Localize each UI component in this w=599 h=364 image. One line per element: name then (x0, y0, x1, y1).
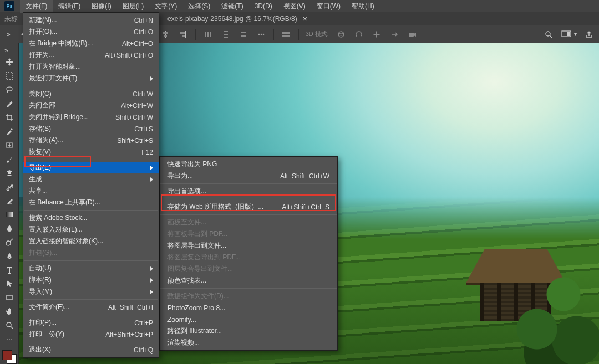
path-select-tool[interactable] (2, 278, 17, 290)
file-menu-item[interactable]: 打印(P)...Ctrl+P (23, 317, 159, 329)
pen-tool[interactable] (2, 250, 17, 262)
dodge-tool[interactable] (2, 237, 17, 248)
blur-tool[interactable] (2, 223, 17, 234)
3d-roll-icon[interactable] (353, 29, 364, 40)
file-menu-item[interactable]: 关闭全部Alt+Ctrl+W (23, 100, 159, 111)
3d-camera-icon[interactable] (407, 29, 418, 40)
export-submenu-item[interactable]: 路径到 Illustrator... (160, 325, 337, 337)
3d-pan-icon[interactable] (371, 29, 382, 40)
file-menu-item[interactable]: 新建(N)...Ctrl+N (23, 14, 159, 26)
eyedropper-tool[interactable] (2, 126, 17, 137)
menu-item[interactable]: 3D(D) (249, 1, 278, 12)
screen-mode-icon[interactable] (561, 29, 572, 40)
menu-item[interactable]: 选择(S) (182, 0, 216, 13)
menu-separator (24, 160, 158, 160)
menu-item[interactable]: 文件(F) (20, 0, 53, 13)
menu-item[interactable]: 图像(I) (86, 0, 116, 13)
menu-item[interactable]: 滤镜(T) (216, 0, 248, 13)
align-right-icon[interactable] (177, 29, 189, 40)
foreground-color[interactable] (2, 350, 12, 360)
hand-tool[interactable] (2, 305, 17, 317)
file-menu-item[interactable]: 退出(X)Ctrl+Q (23, 344, 159, 356)
submenu-arrow-icon (150, 166, 153, 170)
export-submenu-item[interactable]: 导出首选项... (160, 186, 337, 197)
file-menu-item[interactable]: 打开为...Alt+Shift+Ctrl+O (23, 49, 159, 61)
menu-item[interactable]: 文字(Y) (149, 0, 182, 13)
toolbox-collapse-icon[interactable]: » (2, 47, 11, 54)
distribute-h-icon[interactable] (202, 29, 214, 40)
file-menu-item[interactable]: 在 Bridge 中浏览(B)...Alt+Ctrl+O (23, 38, 159, 49)
distribute-v-icon[interactable] (220, 29, 231, 40)
file-menu-item[interactable]: 打印一份(Y)Alt+Shift+Ctrl+P (23, 329, 159, 340)
search-icon[interactable] (543, 29, 554, 40)
spot-heal-tool[interactable] (2, 140, 17, 151)
file-menu-item[interactable]: 导出(E) (23, 162, 159, 173)
3d-orbit-icon[interactable] (336, 29, 347, 40)
lasso-tool[interactable] (2, 84, 17, 96)
file-menu-item[interactable]: 置入嵌入对象(L)... (23, 224, 159, 235)
close-tab-icon[interactable]: × (303, 14, 307, 23)
export-submenu-item[interactable]: 渲染视频... (160, 337, 337, 348)
file-menu-item[interactable]: 存储(S)Ctrl+S (23, 123, 159, 135)
file-menu-item[interactable]: 在 Behance 上共享(D)... (23, 197, 159, 208)
export-submenu-item[interactable]: 导出为...Alt+Shift+Ctrl+W (160, 170, 337, 182)
align-hcenter-icon[interactable] (160, 29, 171, 40)
export-submenu-item-shortcut: Alt+Shift+Ctrl+S (282, 203, 329, 211)
export-submenu-item[interactable]: 存储为 Web 所用格式（旧版）...Alt+Shift+Ctrl+S (160, 201, 337, 213)
file-menu-item[interactable]: 关闭(C)Ctrl+W (23, 88, 159, 100)
move-tool[interactable] (2, 57, 17, 68)
export-submenu-item[interactable]: PhotoZoom Pro 8... (160, 302, 337, 314)
file-menu-item[interactable]: 文件简介(F)...Alt+Shift+Ctrl+I (23, 301, 159, 313)
file-menu-item[interactable]: 生成 (23, 173, 159, 185)
menu-item[interactable]: 视图(V) (278, 0, 311, 13)
auto-align-icon[interactable] (281, 29, 292, 40)
rectangle-tool[interactable] (2, 291, 17, 303)
distribute-spacing-icon[interactable] (238, 29, 249, 40)
file-menu-item[interactable]: 置入链接的智能对象(K)... (23, 235, 159, 247)
share-icon[interactable] (583, 29, 595, 40)
panel-collapse-icon[interactable]: » (4, 30, 13, 38)
file-menu-item[interactable]: 导入(M) (23, 286, 159, 298)
magic-wand-tool[interactable] (2, 98, 17, 110)
file-menu-item[interactable]: 打开(O)...Ctrl+O (23, 26, 159, 38)
color-swatch[interactable] (2, 350, 17, 364)
file-menu-item[interactable]: 恢复(V)F12 (23, 146, 159, 158)
file-menu-item[interactable]: 存储为(A)...Shift+Ctrl+S (23, 135, 159, 146)
export-submenu-item-label: 渲染视频... (167, 338, 329, 347)
menu-item[interactable]: 窗口(W) (311, 0, 346, 13)
more-options-icon[interactable] (256, 29, 267, 40)
type-tool[interactable] (2, 264, 17, 276)
export-submenu-item[interactable]: 将图层导出到文件... (160, 240, 337, 252)
crop-tool[interactable] (2, 112, 17, 124)
gradient-tool[interactable] (2, 209, 17, 221)
marquee-tool[interactable] (2, 70, 17, 82)
file-menu-item[interactable]: 自动(U) (23, 263, 159, 274)
export-submenu-item[interactable]: 快速导出为 PNG (160, 158, 337, 170)
history-brush-tool[interactable] (2, 181, 17, 193)
file-menu-item-shortcut: Ctrl+S (134, 125, 153, 133)
eraser-tool[interactable] (2, 195, 17, 207)
document-tab[interactable]: exels-pixabay-235648.jpg @ 16.7%(RGB/8) … (162, 14, 313, 23)
export-submenu-item[interactable]: Zoomify... (160, 314, 337, 325)
file-menu-item-label: 自动(U) (29, 264, 147, 273)
menu-separator (24, 86, 158, 86)
brush-tool[interactable] (2, 153, 17, 165)
menu-item[interactable]: 编辑(E) (53, 0, 86, 13)
canvas-foliage (510, 248, 599, 364)
export-submenu-item[interactable]: 颜色查找表... (160, 275, 337, 286)
zoom-tool[interactable] (2, 319, 17, 331)
edit-toolbar-icon[interactable]: ⋯ (2, 333, 17, 345)
menu-item[interactable]: 图层(L) (117, 0, 150, 13)
file-menu-item[interactable]: 关闭并转到 Bridge...Shift+Ctrl+W (23, 111, 159, 123)
clone-stamp-tool[interactable] (2, 167, 17, 179)
file-menu-item[interactable]: 脚本(R) (23, 274, 159, 286)
file-menu-item-label: 关闭全部 (29, 101, 115, 110)
file-menu-item[interactable]: 打开为智能对象... (23, 61, 159, 73)
file-menu-item-shortcut: Shift+Ctrl+S (117, 137, 153, 145)
file-menu-item[interactable]: 共享... (23, 185, 159, 197)
chevron-down-icon[interactable]: ▾ (574, 31, 577, 37)
file-menu-item[interactable]: 搜索 Adobe Stock... (23, 212, 159, 224)
menu-item[interactable]: 帮助(H) (346, 0, 380, 13)
file-menu-item[interactable]: 最近打开文件(T) (23, 73, 159, 84)
3d-slide-icon[interactable] (389, 29, 400, 40)
